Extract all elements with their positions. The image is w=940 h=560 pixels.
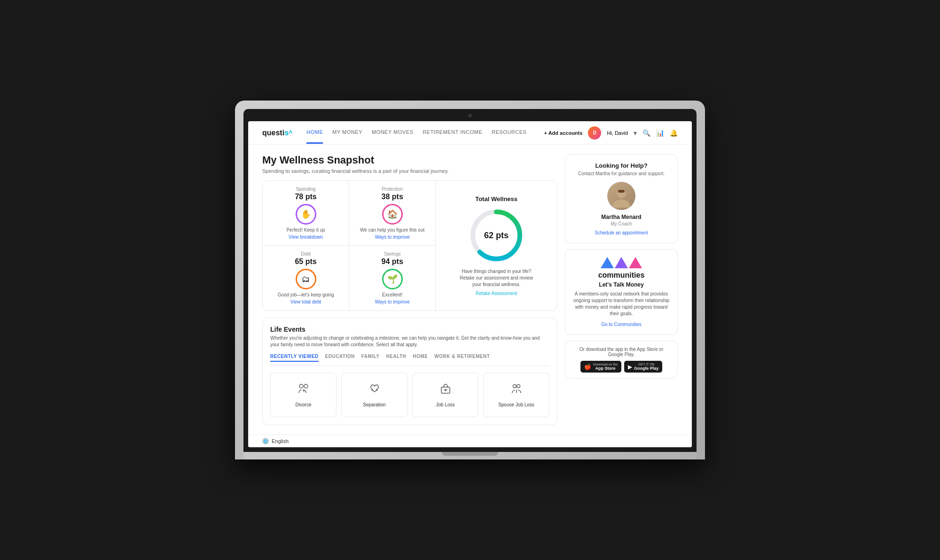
googleplay-line2: Google Play — [634, 366, 658, 371]
search-icon[interactable]: 🔍 — [642, 129, 650, 137]
coach-avatar — [607, 182, 635, 210]
appstore-badge[interactable]: 🍎 Download on the App Store — [580, 361, 622, 373]
svg-point-11 — [517, 385, 520, 388]
nav-home[interactable]: HOME — [306, 122, 323, 144]
main-content: My Wellness Snapshot Spending to savings… — [248, 145, 692, 435]
wellness-subcards-left: Spending 78 pts ✋ Perfect! Keep it up Vi… — [263, 181, 349, 311]
job-loss-icon — [417, 382, 473, 398]
help-title: Looking for Help? — [573, 162, 670, 169]
nav-resources[interactable]: RESOURCES — [492, 122, 526, 144]
job-loss-label: Job Loss — [417, 402, 473, 407]
content-left: My Wellness Snapshot Spending to savings… — [262, 154, 557, 425]
divorce-label: Divorce — [275, 402, 331, 407]
coach-role: My Coach — [573, 221, 670, 226]
help-card: Looking for Help? Contact Martha for gui… — [565, 154, 678, 243]
wellness-spending-card: Spending 78 pts ✋ Perfect! Keep it up Vi… — [263, 181, 349, 246]
googleplay-text: GET IT ON Google Play — [634, 363, 658, 371]
life-event-spouse-job-loss[interactable]: Spouse Job Loss — [483, 373, 549, 417]
apple-icon: 🍎 — [584, 364, 591, 370]
spouse-job-loss-label: Spouse Job Loss — [488, 402, 544, 407]
nav-retirement-income[interactable]: RETIREMENT INCOME — [423, 122, 482, 144]
debt-link[interactable]: View total debt — [270, 299, 341, 304]
tab-health[interactable]: HEALTH — [386, 354, 406, 362]
coach-avatar-img — [607, 182, 635, 210]
tab-recently-viewed[interactable]: RECENTLY VIEWED — [270, 354, 319, 362]
camera — [468, 114, 472, 117]
chart-icon[interactable]: 📊 — [656, 129, 664, 137]
total-wellness-title: Total Wellness — [475, 195, 517, 202]
app-badges: 🍎 Download on the App Store ▶ — [573, 361, 670, 373]
laptop-notch — [442, 452, 498, 456]
page-subtitle: Spending to savings, curating financial … — [262, 168, 557, 174]
go-communities-link[interactable]: Go to Communities — [573, 322, 670, 327]
header-left: questis^ HOME MY MONEY MONEY MOVES RETIR… — [262, 122, 526, 144]
appstore-line2: App Store — [593, 366, 618, 371]
logo: questis^ — [262, 129, 292, 137]
communities-card: communities Let's Talk Money A members-o… — [565, 249, 678, 335]
nav-my-money[interactable]: MY MONEY — [332, 122, 362, 144]
spending-label: Spending — [270, 187, 341, 192]
triangle-purple — [615, 257, 628, 268]
google-icon: ▶ — [628, 364, 632, 370]
bell-icon[interactable]: 🔔 — [670, 129, 678, 137]
coach-name: Martha Menard — [573, 214, 670, 220]
spouse-job-loss-icon — [488, 382, 544, 398]
donut-center: 62 pts — [484, 231, 509, 241]
nav-money-moves[interactable]: MONEY MOVES — [372, 122, 413, 144]
googleplay-badge[interactable]: ▶ GET IT ON Google Play — [624, 361, 662, 373]
page-title: My Wellness Snapshot — [262, 154, 557, 166]
wellness-debt-card: Debt 65 pts 🗂 Good job—let's keep going … — [263, 246, 349, 311]
life-event-separation[interactable]: Separation — [341, 373, 407, 417]
svg-rect-15 — [618, 190, 625, 193]
appstore-text: Download on the App Store — [593, 363, 618, 371]
user-greeting[interactable]: Hi, David — [607, 130, 628, 136]
retake-link[interactable]: Retake Assessment — [476, 291, 517, 296]
protection-link[interactable]: Ways to improve — [357, 234, 428, 240]
app-download-card: Or download the app in the App Store or … — [565, 341, 678, 379]
spending-pts: 78 pts — [270, 193, 341, 201]
life-events-tabs: RECENTLY VIEWED EDUCATION FAMILY HEALTH … — [270, 354, 549, 366]
life-event-job-loss[interactable]: Job Loss — [412, 373, 478, 417]
laptop-outer: questis^ HOME MY MONEY MONEY MOVES RETIR… — [235, 101, 705, 459]
chevron-down-icon: ▾ — [634, 129, 637, 137]
svg-point-14 — [613, 200, 630, 208]
tab-family[interactable]: FAMILY — [361, 354, 380, 362]
life-events-title: Life Events — [270, 326, 549, 333]
savings-label: Savings — [357, 251, 428, 257]
life-events-cards: Divorce — [270, 373, 549, 417]
right-sidebar: Looking for Help? Contact Martha for gui… — [565, 154, 678, 425]
savings-desc: Excellent! — [357, 292, 428, 297]
header-right: + Add accounts D Hi, David ▾ 🔍 📊 🔔 — [544, 126, 678, 140]
debt-icon: 🗂 — [296, 269, 316, 289]
wellness-savings-card: Savings 94 pts 🌱 Excellent! Ways to impr… — [349, 246, 435, 311]
spending-desc: Perfect! Keep it up — [270, 227, 341, 233]
schedule-link[interactable]: Schedule an appointment — [573, 230, 670, 235]
tab-home[interactable]: HOME — [413, 354, 428, 362]
wellness-subcards-middle: Protection 38 pts 🏠 We can help you figu… — [349, 181, 436, 311]
savings-link[interactable]: Ways to improve — [357, 299, 428, 304]
logo-text: questis^ — [262, 129, 292, 137]
divorce-icon — [275, 382, 331, 398]
donut-chart: 62 pts — [468, 207, 525, 264]
communities-logo — [573, 257, 670, 268]
wellness-grid: Spending 78 pts ✋ Perfect! Keep it up Vi… — [262, 180, 557, 311]
separation-icon — [346, 382, 402, 398]
life-events-section: Life Events Whether you're adjusting to … — [262, 318, 557, 425]
spending-link[interactable]: View breakdown — [270, 234, 341, 240]
add-accounts-button[interactable]: + Add accounts — [544, 130, 583, 136]
protection-desc: We can help you figure this out — [357, 227, 428, 233]
protection-icon: 🏠 — [382, 204, 403, 225]
tab-education[interactable]: EDUCATION — [325, 354, 355, 362]
savings-icon: 🌱 — [382, 269, 403, 289]
googleplay-line1: GET IT ON — [634, 363, 658, 366]
tab-work-retirement[interactable]: WORK & RETIREMENT — [434, 354, 490, 362]
language-text[interactable]: English — [272, 438, 289, 444]
svg-point-10 — [513, 385, 516, 388]
debt-desc: Good job—let's keep going — [270, 292, 341, 297]
header: questis^ HOME MY MONEY MONEY MOVES RETIR… — [248, 121, 692, 145]
app: questis^ HOME MY MONEY MONEY MOVES RETIR… — [248, 121, 692, 447]
spending-icon: ✋ — [296, 204, 316, 225]
life-event-divorce[interactable]: Divorce — [270, 373, 337, 417]
protection-label: Protection — [357, 187, 428, 192]
separation-label: Separation — [346, 402, 402, 407]
